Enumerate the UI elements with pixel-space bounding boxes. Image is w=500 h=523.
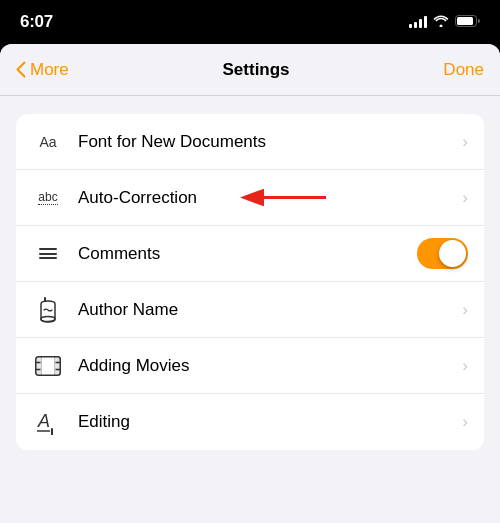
svg-rect-12: [41, 356, 43, 375]
authorname-item[interactable]: Author Name ›: [16, 282, 484, 338]
svg-rect-6: [36, 356, 40, 375]
status-icons: [409, 13, 480, 31]
addingmovies-icon: [32, 356, 64, 376]
font-item[interactable]: Aa Font for New Documents ›: [16, 114, 484, 170]
screen: More Settings Done Aa Font for New Docum…: [0, 44, 500, 523]
svg-point-4: [41, 316, 55, 321]
authorname-label: Author Name: [78, 300, 462, 320]
font-icon: Aa: [32, 134, 64, 150]
editing-item[interactable]: A Editing ›: [16, 394, 484, 450]
comments-item[interactable]: Comments: [16, 226, 484, 282]
font-label: Font for New Documents: [78, 132, 462, 152]
back-label: More: [30, 60, 69, 80]
svg-rect-7: [56, 356, 60, 375]
svg-rect-13: [54, 356, 56, 375]
autocorrection-icon: abc: [32, 191, 64, 205]
battery-icon: [455, 13, 480, 31]
svg-rect-1: [457, 17, 473, 25]
authorname-chevron-icon: ›: [462, 300, 468, 320]
settings-list: Aa Font for New Documents › abc Auto-Cor…: [16, 114, 484, 450]
nav-title: Settings: [223, 60, 290, 80]
status-time: 6:07: [20, 12, 53, 32]
authorname-icon: [32, 297, 64, 323]
status-bar: 6:07: [0, 0, 500, 44]
addingmovies-chevron-icon: ›: [462, 356, 468, 376]
comments-toggle[interactable]: [417, 238, 468, 269]
editing-icon: A: [32, 409, 64, 435]
font-chevron-icon: ›: [462, 132, 468, 152]
comments-icon: [32, 248, 64, 259]
editing-label: Editing: [78, 412, 462, 432]
wifi-icon: [433, 13, 449, 31]
addingmovies-label: Adding Movies: [78, 356, 462, 376]
nav-bar: More Settings Done: [0, 44, 500, 96]
autocorrection-chevron-icon: ›: [462, 188, 468, 208]
back-button[interactable]: More: [16, 60, 69, 80]
comments-label: Comments: [78, 244, 417, 264]
signal-icon: [409, 16, 427, 28]
editing-chevron-icon: ›: [462, 412, 468, 432]
back-chevron-icon: [16, 61, 26, 78]
autocorrection-item[interactable]: abc Auto-Correction ›: [16, 170, 484, 226]
addingmovies-item[interactable]: Adding Movies ›: [16, 338, 484, 394]
toggle-knob: [439, 240, 466, 267]
svg-text:A: A: [37, 411, 50, 431]
done-button[interactable]: Done: [443, 60, 484, 80]
autocorrection-label: Auto-Correction: [78, 188, 462, 208]
